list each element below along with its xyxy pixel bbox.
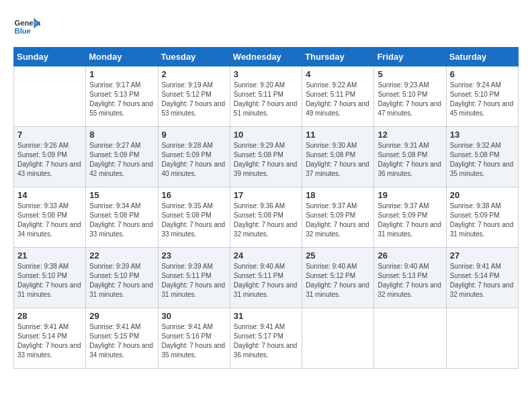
day-info: Sunrise: 9:36 AMSunset: 5:08 PMDaylight:… xyxy=(234,201,298,239)
col-header-monday: Monday xyxy=(86,48,158,66)
table-row: 29Sunrise: 9:41 AMSunset: 5:15 PMDayligh… xyxy=(86,308,158,369)
day-info: Sunrise: 9:38 AMSunset: 5:09 PMDaylight:… xyxy=(450,201,515,239)
col-header-saturday: Saturday xyxy=(446,48,518,66)
table-row: 20Sunrise: 9:38 AMSunset: 5:09 PMDayligh… xyxy=(446,187,518,248)
day-info: Sunrise: 9:23 AMSunset: 5:10 PMDaylight:… xyxy=(378,81,442,118)
col-header-sunday: Sunday xyxy=(14,48,86,66)
day-number: 20 xyxy=(450,190,515,200)
table-row: 22Sunrise: 9:39 AMSunset: 5:10 PMDayligh… xyxy=(86,248,158,308)
day-info: Sunrise: 9:35 AMSunset: 5:08 PMDaylight:… xyxy=(162,201,226,239)
day-number: 24 xyxy=(234,250,298,261)
table-row xyxy=(446,308,518,369)
day-info: Sunrise: 9:24 AMSunset: 5:10 PMDaylight:… xyxy=(450,81,515,118)
table-row: 16Sunrise: 9:35 AMSunset: 5:08 PMDayligh… xyxy=(158,187,230,248)
day-info: Sunrise: 9:34 AMSunset: 5:08 PMDaylight:… xyxy=(89,201,154,239)
day-info: Sunrise: 9:41 AMSunset: 5:17 PMDaylight:… xyxy=(234,322,298,360)
calendar-week-row: 28Sunrise: 9:41 AMSunset: 5:14 PMDayligh… xyxy=(14,308,519,369)
table-row: 9Sunrise: 9:28 AMSunset: 5:09 PMDaylight… xyxy=(158,127,230,187)
day-info: Sunrise: 9:28 AMSunset: 5:09 PMDaylight:… xyxy=(162,141,226,179)
col-header-friday: Friday xyxy=(374,48,446,66)
table-row: 5Sunrise: 9:23 AMSunset: 5:10 PMDaylight… xyxy=(374,66,446,127)
calendar-table: SundayMondayTuesdayWednesdayThursdayFrid… xyxy=(13,47,519,369)
day-info: Sunrise: 9:26 AMSunset: 5:09 PMDaylight:… xyxy=(17,141,82,179)
table-row: 7Sunrise: 9:26 AMSunset: 5:09 PMDaylight… xyxy=(14,127,86,187)
day-number: 3 xyxy=(234,69,298,79)
day-info: Sunrise: 9:41 AMSunset: 5:15 PMDaylight:… xyxy=(89,322,154,360)
table-row: 24Sunrise: 9:40 AMSunset: 5:11 PMDayligh… xyxy=(230,248,302,308)
day-info: Sunrise: 9:20 AMSunset: 5:11 PMDaylight:… xyxy=(234,81,298,118)
day-number: 29 xyxy=(89,311,154,321)
day-info: Sunrise: 9:32 AMSunset: 5:08 PMDaylight:… xyxy=(450,141,515,179)
day-number: 14 xyxy=(17,190,82,200)
day-number: 27 xyxy=(450,250,515,261)
table-row: 4Sunrise: 9:22 AMSunset: 5:11 PMDaylight… xyxy=(302,66,374,127)
table-row: 1Sunrise: 9:17 AMSunset: 5:13 PMDaylight… xyxy=(86,66,158,127)
table-row: 19Sunrise: 9:37 AMSunset: 5:09 PMDayligh… xyxy=(374,187,446,248)
calendar-header-row: SundayMondayTuesdayWednesdayThursdayFrid… xyxy=(14,48,519,66)
table-row: 17Sunrise: 9:36 AMSunset: 5:08 PMDayligh… xyxy=(230,187,302,248)
calendar-week-row: 21Sunrise: 9:38 AMSunset: 5:10 PMDayligh… xyxy=(14,248,519,308)
table-row: 18Sunrise: 9:37 AMSunset: 5:09 PMDayligh… xyxy=(302,187,374,248)
day-number: 28 xyxy=(17,311,82,321)
day-info: Sunrise: 9:41 AMSunset: 5:16 PMDaylight:… xyxy=(162,322,226,360)
day-info: Sunrise: 9:31 AMSunset: 5:08 PMDaylight:… xyxy=(378,141,442,179)
day-info: Sunrise: 9:19 AMSunset: 5:12 PMDaylight:… xyxy=(162,81,226,118)
day-info: Sunrise: 9:38 AMSunset: 5:10 PMDaylight:… xyxy=(17,262,82,300)
day-number: 4 xyxy=(306,69,370,79)
day-info: Sunrise: 9:30 AMSunset: 5:08 PMDaylight:… xyxy=(306,141,370,179)
day-info: Sunrise: 9:22 AMSunset: 5:11 PMDaylight:… xyxy=(306,81,370,118)
table-row: 6Sunrise: 9:24 AMSunset: 5:10 PMDaylight… xyxy=(446,66,518,127)
day-number: 13 xyxy=(450,130,515,140)
day-number: 2 xyxy=(162,69,226,79)
day-number: 1 xyxy=(89,69,154,79)
day-info: Sunrise: 9:39 AMSunset: 5:11 PMDaylight:… xyxy=(162,262,226,300)
day-number: 26 xyxy=(378,250,442,261)
day-number: 16 xyxy=(162,190,226,200)
day-number: 15 xyxy=(89,190,154,200)
calendar-week-row: 14Sunrise: 9:33 AMSunset: 5:08 PMDayligh… xyxy=(14,187,519,248)
day-info: Sunrise: 9:40 AMSunset: 5:12 PMDaylight:… xyxy=(306,262,370,300)
day-number: 23 xyxy=(162,250,226,261)
day-number: 6 xyxy=(450,69,515,79)
table-row xyxy=(14,66,86,127)
calendar-week-row: 1Sunrise: 9:17 AMSunset: 5:13 PMDaylight… xyxy=(14,66,519,127)
day-number: 21 xyxy=(17,250,82,261)
day-number: 30 xyxy=(162,311,226,321)
table-row: 31Sunrise: 9:41 AMSunset: 5:17 PMDayligh… xyxy=(230,308,302,369)
day-info: Sunrise: 9:29 AMSunset: 5:08 PMDaylight:… xyxy=(234,141,298,179)
day-info: Sunrise: 9:37 AMSunset: 5:09 PMDaylight:… xyxy=(378,201,442,239)
table-row: 3Sunrise: 9:20 AMSunset: 5:11 PMDaylight… xyxy=(230,66,302,127)
day-info: Sunrise: 9:40 AMSunset: 5:11 PMDaylight:… xyxy=(234,262,298,300)
table-row xyxy=(374,308,446,369)
table-row: 15Sunrise: 9:34 AMSunset: 5:08 PMDayligh… xyxy=(86,187,158,248)
table-row: 23Sunrise: 9:39 AMSunset: 5:11 PMDayligh… xyxy=(158,248,230,308)
day-number: 19 xyxy=(378,190,442,200)
calendar-week-row: 7Sunrise: 9:26 AMSunset: 5:09 PMDaylight… xyxy=(14,127,519,187)
day-info: Sunrise: 9:41 AMSunset: 5:14 PMDaylight:… xyxy=(17,322,82,360)
table-row: 11Sunrise: 9:30 AMSunset: 5:08 PMDayligh… xyxy=(302,127,374,187)
day-info: Sunrise: 9:40 AMSunset: 5:13 PMDaylight:… xyxy=(378,262,442,300)
table-row: 28Sunrise: 9:41 AMSunset: 5:14 PMDayligh… xyxy=(14,308,86,369)
table-row: 27Sunrise: 9:41 AMSunset: 5:14 PMDayligh… xyxy=(446,248,518,308)
day-info: Sunrise: 9:41 AMSunset: 5:14 PMDaylight:… xyxy=(450,262,515,300)
day-info: Sunrise: 9:39 AMSunset: 5:10 PMDaylight:… xyxy=(89,262,154,300)
table-row: 21Sunrise: 9:38 AMSunset: 5:10 PMDayligh… xyxy=(14,248,86,308)
day-info: Sunrise: 9:27 AMSunset: 5:09 PMDaylight:… xyxy=(89,141,154,179)
logo: General Blue xyxy=(13,13,43,40)
day-info: Sunrise: 9:33 AMSunset: 5:08 PMDaylight:… xyxy=(17,201,82,239)
day-number: 22 xyxy=(89,250,154,261)
day-number: 12 xyxy=(378,130,442,140)
table-row: 25Sunrise: 9:40 AMSunset: 5:12 PMDayligh… xyxy=(302,248,374,308)
table-row: 12Sunrise: 9:31 AMSunset: 5:08 PMDayligh… xyxy=(374,127,446,187)
day-number: 31 xyxy=(234,311,298,321)
table-row: 8Sunrise: 9:27 AMSunset: 5:09 PMDaylight… xyxy=(86,127,158,187)
svg-text:Blue: Blue xyxy=(15,27,31,35)
day-number: 17 xyxy=(234,190,298,200)
table-row: 30Sunrise: 9:41 AMSunset: 5:16 PMDayligh… xyxy=(158,308,230,369)
day-number: 8 xyxy=(89,130,154,140)
logo-icon: General Blue xyxy=(13,13,40,40)
day-number: 7 xyxy=(17,130,82,140)
page-header: General Blue xyxy=(13,13,519,40)
day-number: 25 xyxy=(306,250,370,261)
table-row: 10Sunrise: 9:29 AMSunset: 5:08 PMDayligh… xyxy=(230,127,302,187)
